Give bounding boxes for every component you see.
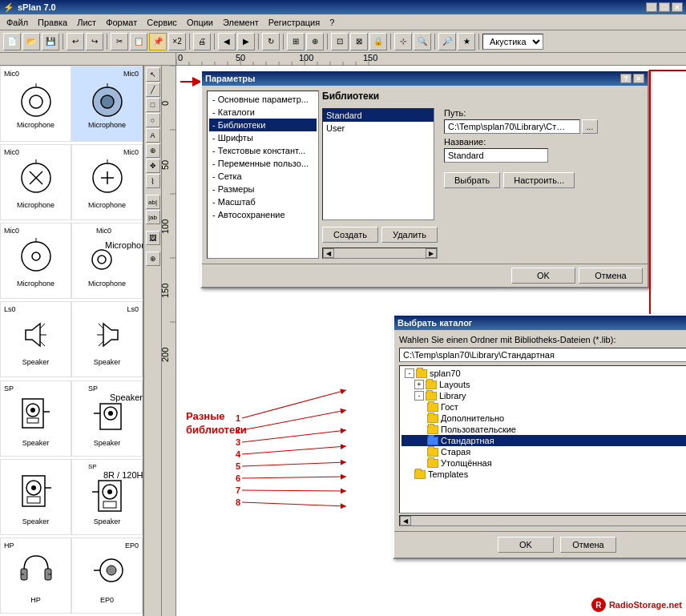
tree-layouts[interactable]: + Layouts: [402, 379, 686, 390]
tool-text[interactable]: A: [146, 128, 160, 143]
tb-refresh[interactable]: ↻: [262, 33, 280, 50]
tool-cursor[interactable]: ⊕: [146, 143, 160, 158]
menu-element[interactable]: Элемент: [218, 16, 264, 29]
component-speaker-sq-right[interactable]: SP 8R / 120Hz Speaker: [71, 459, 143, 535]
btn-select[interactable]: Выбрать: [444, 172, 500, 188]
tree-old[interactable]: Старая: [402, 446, 686, 457]
lib-item-standard[interactable]: Standard: [323, 109, 434, 122]
nav-autosave[interactable]: - Автосохранение: [209, 208, 317, 221]
nav-libraries[interactable]: - Библиотеки: [209, 119, 317, 131]
menu-edit[interactable]: Правка: [33, 16, 72, 29]
folder-tree[interactable]: - splan70 + Layouts -: [399, 365, 686, 513]
menu-options[interactable]: Опции: [182, 16, 218, 29]
menu-service[interactable]: Сервис: [142, 16, 182, 29]
tb-print[interactable]: 🖨: [193, 33, 211, 50]
tb-move-right[interactable]: ▶: [237, 33, 255, 50]
dialog-close-btn[interactable]: ×: [633, 74, 644, 83]
tb-find[interactable]: 🔍: [414, 33, 431, 50]
close-btn[interactable]: ×: [672, 2, 683, 12]
tool-image[interactable]: 🖼: [146, 231, 160, 245]
tb-open[interactable]: 📂: [22, 33, 40, 50]
tb-cut[interactable]: ✂: [111, 33, 128, 50]
menu-format[interactable]: Формат: [101, 16, 142, 29]
expand-library[interactable]: -: [414, 391, 424, 401]
nav-catalogs[interactable]: - Каталоги: [209, 106, 317, 119]
btn-configure[interactable]: Настроить...: [503, 172, 575, 188]
folder-btn-cancel[interactable]: Отмена: [560, 537, 616, 553]
tb-undo[interactable]: ↩: [67, 33, 84, 50]
tool-zoom-in[interactable]: ⊕: [146, 252, 160, 266]
component-ep[interactable]: EP0 EP0: [71, 537, 143, 614]
btn-delete[interactable]: Удалить: [381, 227, 438, 243]
tool-move[interactable]: ✥: [146, 159, 160, 173]
scroll-right[interactable]: ▶: [426, 248, 437, 258]
folder-scroll-left[interactable]: ◀: [400, 516, 411, 525]
expand-splan70[interactable]: -: [405, 368, 414, 378]
tree-thick[interactable]: Утолщённая: [402, 457, 686, 469]
menu-register[interactable]: Регистрация: [264, 16, 325, 29]
component-mic-small[interactable]: Mic0 Microphone: [0, 223, 71, 299]
nav-basic[interactable]: - Основные параметр...: [209, 93, 317, 106]
tb-select[interactable]: ⊹: [394, 33, 412, 50]
tb-paste2[interactable]: ⊠: [350, 33, 368, 50]
lib-scrollbar-h[interactable]: ◀ ▶: [322, 248, 438, 259]
minimize-btn[interactable]: _: [646, 2, 657, 12]
nav-scale[interactable]: - Масштаб: [209, 195, 317, 208]
tb-move-left[interactable]: ◀: [218, 33, 236, 50]
menu-sheet[interactable]: Лист: [72, 16, 101, 29]
folder-scrollbar-h[interactable]: ◀ ▶: [399, 515, 686, 526]
tree-standard[interactable]: Стандартная: [402, 435, 686, 446]
lib-item-user[interactable]: User: [323, 122, 434, 135]
component-mic-plus[interactable]: Mic0 Microphone: [71, 144, 143, 220]
menu-file[interactable]: Файл: [2, 16, 33, 29]
tool-circle[interactable]: ○: [146, 113, 160, 127]
tb-save[interactable]: 💾: [42, 33, 59, 50]
tb-copy[interactable]: 📋: [130, 33, 147, 50]
component-speaker-box-right[interactable]: SP Speaker Speaker: [71, 380, 143, 457]
tree-splan70[interactable]: - splan70: [402, 368, 686, 379]
tool-ab2[interactable]: |ab: [146, 210, 160, 224]
component-speaker-box-left[interactable]: SP Speaker: [0, 380, 71, 457]
tool-ab1[interactable]: ab|: [146, 195, 160, 209]
nav-text-const[interactable]: - Текстовые констант...: [209, 144, 317, 157]
btn-ok[interactable]: OK: [511, 268, 575, 284]
tree-library[interactable]: - Library: [402, 390, 686, 401]
dialog-help-btn[interactable]: ?: [620, 74, 632, 83]
component-headphone[interactable]: HP HP: [0, 537, 71, 614]
name-input[interactable]: [444, 148, 548, 163]
menu-help[interactable]: ?: [325, 16, 339, 29]
maximize-btn[interactable]: □: [659, 2, 670, 12]
category-dropdown[interactable]: Акустика: [482, 34, 543, 50]
nav-grid[interactable]: - Сетка: [209, 170, 317, 183]
component-mic-cross[interactable]: Mic0 Microphone: [0, 144, 71, 220]
nav-user-vars[interactable]: - Переменные пользо...: [209, 157, 317, 170]
tb-paste[interactable]: 📌: [149, 33, 167, 50]
tool-line[interactable]: ⌇: [146, 174, 160, 188]
component-speaker-right[interactable]: Ls0 Speaker: [71, 301, 143, 377]
component-mic-filled[interactable]: Mic0 Microphone: [71, 66, 143, 142]
btn-create[interactable]: Создать: [322, 227, 378, 243]
tb-zoom[interactable]: 🔎: [438, 33, 456, 50]
tb-x2[interactable]: ×2: [168, 33, 186, 50]
tool-rect[interactable]: □: [146, 98, 160, 112]
tb-star[interactable]: ★: [458, 33, 475, 50]
tb-copy2[interactable]: ⊡: [331, 33, 349, 50]
browse-btn[interactable]: ...: [582, 119, 598, 134]
tb-redo[interactable]: ↪: [86, 33, 103, 50]
library-list[interactable]: Standard User: [322, 108, 434, 220]
tree-gost[interactable]: Гост: [402, 401, 686, 413]
tb-lock[interactable]: 🔒: [369, 33, 387, 50]
tool-select[interactable]: ↖: [146, 67, 160, 82]
tb-zoom-in[interactable]: ⊕: [306, 33, 324, 50]
folder-btn-ok[interactable]: OK: [498, 537, 554, 553]
tree-dop[interactable]: Дополнительно: [402, 413, 686, 424]
tb-new[interactable]: 📄: [3, 33, 21, 50]
scroll-left[interactable]: ◀: [323, 248, 334, 258]
expand-layouts[interactable]: +: [414, 380, 424, 389]
tool-wire[interactable]: ╱: [146, 83, 160, 97]
component-mic-label[interactable]: Mic0 Microphone Microphone: [71, 223, 143, 299]
tree-templates[interactable]: Templates: [402, 469, 686, 480]
component-mic-circle[interactable]: Mic0 Microphone: [0, 66, 71, 142]
btn-cancel[interactable]: Отмена: [579, 268, 643, 284]
nav-fonts[interactable]: - Шрифты: [209, 131, 317, 144]
